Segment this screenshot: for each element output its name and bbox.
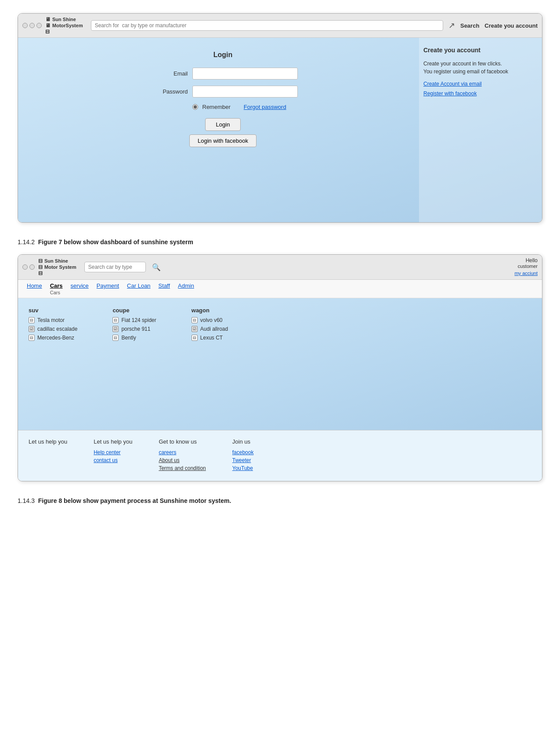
cars-menu-link[interactable]: Cars	[50, 282, 63, 289]
dash-search-icon: 🔍	[152, 263, 161, 271]
footer-col4: Join us facebook Tweeter YouTube	[232, 438, 254, 473]
dash-my-account-link[interactable]: my acciunt	[514, 271, 538, 276]
window-controls	[22, 23, 42, 28]
list-item: ☑ porsche 911	[112, 326, 156, 332]
figure-number-1: 1.14.2	[18, 238, 35, 246]
footer-col3: Get to know us careers About us Terms an…	[159, 438, 206, 473]
dashboard-footer: Let us help you Let us help you Help cen…	[18, 430, 542, 481]
login-window-body: Login Email Password Remember Forgot pas…	[18, 38, 542, 222]
dash-win-close[interactable]	[22, 264, 28, 270]
list-item: ☑ Audi allroad	[191, 326, 228, 332]
app-title-2: MotorSystem	[52, 23, 83, 28]
win-close-btn[interactable]	[22, 23, 28, 28]
email-group: Email	[148, 68, 298, 79]
car-name: Mercedes-Benz	[37, 335, 74, 341]
search-input[interactable]	[91, 20, 443, 31]
coupe-title: coupe	[112, 307, 156, 314]
sidebar-item-admin[interactable]: Admin	[178, 282, 194, 289]
dash-search-input[interactable]	[84, 262, 146, 272]
create-account-title: Create you account	[423, 47, 533, 54]
win-max-btn[interactable]	[36, 23, 42, 28]
list-item: ☑ cadillac escalade	[29, 326, 77, 332]
sidebar-item-payment[interactable]: Payment	[97, 282, 119, 289]
dashboard-window: ⊟ Sun Shine ⊟ Motor System ⊟ 🔍 Hello cus…	[18, 254, 542, 481]
dash-title-line2: ⊟ Motor System	[38, 264, 76, 270]
car-checkbox-icon[interactable]: ☑	[112, 326, 119, 332]
remember-label: Remember	[202, 104, 231, 110]
create-account-section: Create you account Create your account i…	[419, 38, 542, 222]
search-button[interactable]: Search	[460, 22, 479, 29]
car-checkbox-icon[interactable]: ⊟	[191, 335, 198, 341]
password-field[interactable]	[192, 86, 298, 98]
win-min-btn[interactable]	[29, 23, 35, 28]
figure-caption-1: 1.14.2 Figure 7 below show dashboard of …	[18, 238, 542, 246]
remember-row: Remember Forgot password	[148, 104, 298, 110]
app-title-1: Sun Shine	[52, 17, 76, 22]
email-field[interactable]	[192, 68, 298, 79]
footer-col1-title: Let us help you	[29, 438, 67, 445]
footer-careers-link[interactable]: careers	[159, 449, 206, 455]
footer-facebook-link[interactable]: facebook	[232, 449, 254, 455]
car-checkbox-icon[interactable]: ⊟	[29, 317, 35, 323]
car-checkbox-icon[interactable]: ☑	[191, 326, 198, 332]
app-icon2: 🖥	[45, 22, 51, 29]
dashboard-menu-bar: Home Cars Cars service Payment Car Loan …	[18, 280, 542, 298]
register-facebook-link[interactable]: Register with facebook	[423, 90, 533, 97]
suv-title: suv	[29, 307, 77, 314]
list-item: ⊟ Tesla motor	[29, 317, 77, 323]
figure-text-1: Figure 7 below show dashboard of sunshin…	[38, 238, 193, 246]
footer-col1: Let us help you	[29, 438, 67, 473]
list-item: ⊟ Bently	[112, 335, 156, 341]
car-name: Bently	[121, 335, 136, 341]
list-item: ⊟ Fiat 124 spider	[112, 317, 156, 323]
footer-help-center-link[interactable]: Help center	[94, 449, 132, 455]
dash-title-1: Sun Shine	[44, 258, 68, 264]
wagon-list: ⊟ volvo v60 ☑ Audi allroad ⊟ Lexus CT	[191, 317, 228, 341]
remember-radio[interactable]	[192, 104, 198, 110]
forgot-password-link[interactable]: Forgot password	[244, 104, 286, 110]
car-name: porsche 911	[121, 326, 150, 332]
car-name: Audi allroad	[200, 326, 228, 332]
car-checkbox-icon[interactable]: ⊟	[191, 317, 198, 323]
dash-customer: customer	[514, 264, 538, 269]
figure-number-2: 1.14.3	[18, 497, 35, 504]
dash-win-min[interactable]	[29, 264, 35, 270]
app-icon: 🖥	[45, 16, 51, 22]
search-arrow-icon: ↗	[448, 21, 455, 30]
car-checkbox-icon[interactable]: ⊟	[112, 335, 119, 341]
suv-list: ⊟ Tesla motor ☑ cadillac escalade ⊟ Merc…	[29, 317, 77, 341]
footer-about-text: About us	[159, 457, 206, 463]
footer-tweeter-link[interactable]: Tweeter	[232, 457, 254, 463]
create-email-link[interactable]: Create Account via email	[423, 81, 533, 87]
car-checkbox-icon[interactable]: ⊟	[29, 335, 35, 341]
login-facebook-button[interactable]: Login with facebook	[189, 134, 257, 147]
car-name: Tesla motor	[37, 317, 65, 323]
nav-bar: ↗ Search Create you account	[91, 20, 538, 31]
sidebar-item-service[interactable]: service	[71, 282, 89, 289]
dash-title-line3: ⊟	[38, 270, 76, 276]
list-item: ⊟ Mercedes-Benz	[29, 335, 77, 341]
sidebar-item-staff[interactable]: Staff	[159, 282, 170, 289]
dash-title-2: Motor System	[44, 264, 76, 270]
sidebar-item-carloan[interactable]: Car Loan	[127, 282, 150, 289]
dashboard-titlebar: ⊟ Sun Shine ⊟ Motor System ⊟ 🔍 Hello cus…	[18, 255, 542, 280]
footer-contact-link[interactable]: contact us	[94, 457, 132, 463]
suv-category: suv ⊟ Tesla motor ☑ cadillac escalade ⊟ …	[29, 307, 77, 343]
password-label: Password	[148, 88, 188, 95]
car-checkbox-icon[interactable]: ⊟	[112, 317, 119, 323]
car-checkbox-icon[interactable]: ☑	[29, 326, 35, 332]
list-item: ⊟ volvo v60	[191, 317, 228, 323]
sidebar-item-home[interactable]: Home	[27, 282, 42, 289]
dash-app-icon2: ⊟	[38, 264, 43, 270]
login-button[interactable]: Login	[205, 118, 241, 131]
dash-app-icon3: ⊟	[38, 270, 43, 276]
car-name: cadillac escalade	[37, 326, 77, 332]
login-title: Login	[213, 51, 233, 59]
car-name: volvo v60	[200, 317, 223, 323]
sidebar-item-cars[interactable]: Cars Cars	[50, 282, 63, 295]
dash-hello: Hello	[514, 257, 538, 264]
footer-youtube-link[interactable]: YouTube	[232, 465, 254, 471]
app-title-block: 🖥 Sun Shine 🖥 MotorSystem ⊟	[45, 16, 83, 35]
app-title-line3: ⊟	[45, 29, 83, 35]
password-group: Password	[148, 86, 298, 98]
